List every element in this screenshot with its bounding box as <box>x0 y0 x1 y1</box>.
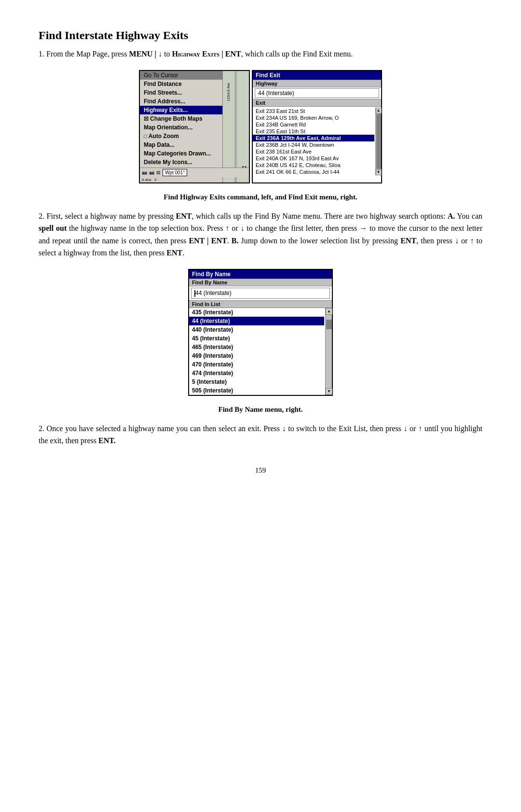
para2-ent3: ENT <box>400 237 416 245</box>
fbn-item: 470 (Interstate) <box>189 360 324 369</box>
para2-3: You can <box>455 212 482 220</box>
para2-ent4: ENT <box>166 249 182 257</box>
para2-A: A. <box>448 212 455 220</box>
exit-item: Exit 240B US 412 E, Choteau, Siloa <box>253 162 374 168</box>
exit-item: Exit 234A US 169, Broken Arrow, O <box>253 114 374 121</box>
para1-pre: 1. From the Map Page, press <box>39 50 129 58</box>
screenshots-row-1: Go To Cursor Find Distance Find Streets.… <box>139 70 382 183</box>
exit-label: Exit <box>253 99 381 107</box>
map-bottom-bar: 📷 📷 ▤ Wpt 001° <box>140 168 249 177</box>
fbn-list: 435 (Interstate) 44 (Interstate) 440 (In… <box>189 308 332 395</box>
para2-2: , which calls up the Find By Name menu. … <box>192 212 447 220</box>
fbn-header: Find By Name <box>189 270 332 279</box>
para2-spell: spell out <box>39 224 67 232</box>
exit-item: Exit 238 161st East Ave <box>253 148 374 155</box>
para2-6: Jump down to the lower selection list by… <box>238 237 400 245</box>
map-road-label: 123rd E Ave <box>227 83 230 101</box>
fbn-item: 469 (Interstate) <box>189 351 324 360</box>
fbn-scroll-track <box>326 315 332 388</box>
exit-list: Exit 233 East 21st St Exit 234A US 169, … <box>253 108 381 175</box>
para2-5: . <box>227 237 232 245</box>
fbn-find-in-list: Find In List <box>189 300 332 308</box>
para1-highway-ent: Highway Exits | ENT <box>172 50 241 58</box>
para2-1: 2. First, select a highway name by press… <box>39 212 176 220</box>
find-by-name-screenshot: Find By Name Find By Name 44 (Interstate… <box>188 269 333 396</box>
para3-ent: ENT. <box>98 436 116 445</box>
fbn-section-label: Find By Name <box>189 279 332 286</box>
para2-ent: ENT <box>176 212 192 220</box>
exit-item: Exit 235 East 11th St <box>253 128 374 135</box>
fbn-item: 440 (Interstate) <box>189 325 324 334</box>
para1-mid: to <box>162 50 172 58</box>
fbn-item: 45 (Interstate) <box>189 334 324 343</box>
exit-scrollbar[interactable]: ▲ ▼ <box>375 108 381 175</box>
fbn-item: 435 (Interstate) <box>189 308 324 317</box>
fbn-scroll-thumb[interactable] <box>326 320 332 329</box>
paragraph-2: 2. First, select a highway name by press… <box>39 210 482 259</box>
caption-2: Find By Name menu, right. <box>39 406 482 414</box>
find-exit-header: Find Exit <box>253 71 381 80</box>
scroll-thumb[interactable] <box>376 114 381 169</box>
exit-item: Exit 233 East 21st St <box>253 108 374 114</box>
fbn-scrollbar[interactable]: ▲ ▼ <box>325 308 332 395</box>
exit-item: Exit 240A OK 167 N, 193rd East Av <box>253 155 374 162</box>
highway-value: 44 (Interstate) <box>255 88 379 98</box>
wpt-label: Wpt 001° <box>163 169 187 176</box>
find-by-name-container: Find By Name Find By Name 44 (Interstate… <box>39 269 482 396</box>
para1-menu: MENU | ↓ <box>129 50 162 58</box>
scroll-down-arrow[interactable]: ▼ <box>376 169 382 175</box>
fbn-item: 505 (Interstate) <box>189 386 324 395</box>
page-title: Find Interstate Highway Exits <box>39 29 482 42</box>
paragraph-3: 2. Once you have selected a highway name… <box>39 422 482 447</box>
menu-screenshot: Go To Cursor Find Distance Find Streets.… <box>139 70 250 183</box>
paragraph-1: 1. From the Map Page, press MENU | ↓ to … <box>39 48 482 60</box>
fbn-scroll-down[interactable]: ▼ <box>326 388 332 395</box>
fbn-scroll-up[interactable]: ▲ <box>326 308 332 315</box>
highway-label: Highway <box>253 80 381 87</box>
fbn-input: 44 (Interstate) <box>191 288 330 299</box>
para2-B: B. <box>232 237 239 245</box>
fbn-item: 5 (Interstate) <box>189 378 324 386</box>
fbn-item-highlighted: 44 (Interstate) <box>189 317 324 325</box>
fbn-input-value: 44 (Interstate) <box>195 290 232 296</box>
exit-item-highlighted: Exit 236A 129th Ave East, Admiral <box>253 135 374 141</box>
para2-8: . <box>182 249 184 257</box>
exit-item: Exit 234B Garnett Rd <box>253 121 374 128</box>
exit-item: Exit 236B Jct I-244 W, Downtown <box>253 141 374 148</box>
exit-item: Exit 241 OK 66 E, Catoosa, Jct I-44 <box>253 168 374 175</box>
caption-1: Find Highway Exits command, left, and Fi… <box>39 193 482 201</box>
fbn-item: 465 (Interstate) <box>189 343 324 351</box>
scroll-up-arrow[interactable]: ▲ <box>376 108 382 113</box>
find-exit-screenshot: Find Exit Highway 44 (Interstate) Exit E… <box>252 70 382 183</box>
para2-ent2: ENT | ENT <box>189 237 227 245</box>
page-number: 159 <box>39 466 482 475</box>
fbn-item: 474 (Interstate) <box>189 369 324 378</box>
para1-post: , which calls up the Find Exit menu. <box>241 50 353 58</box>
